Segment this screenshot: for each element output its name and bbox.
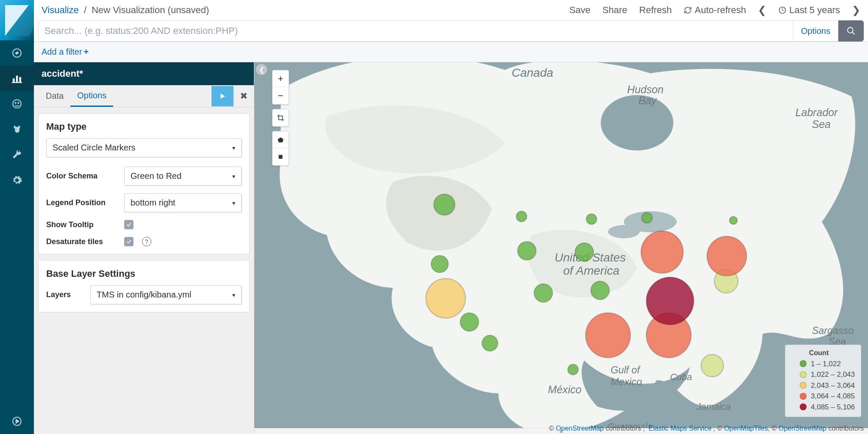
map-back-button[interactable]: ❮ — [256, 64, 267, 75]
map-data-circle[interactable] — [517, 242, 536, 260]
svg-text:Bay: Bay — [638, 95, 657, 106]
svg-rect-25 — [279, 155, 283, 159]
search-submit-button[interactable] — [838, 20, 864, 42]
map-data-circle[interactable] — [586, 214, 597, 225]
legend-row: 3,064 – 4,085 — [790, 391, 855, 402]
apply-changes-button[interactable] — [211, 86, 234, 106]
legend-label: 1,022 – 2,043 — [811, 369, 855, 380]
map-data-circle[interactable] — [729, 217, 737, 225]
plus-icon: + — [84, 47, 89, 56]
svg-point-8 — [18, 103, 19, 103]
map-collapse-icon[interactable]: ▲ — [558, 427, 564, 434]
kibana-logo[interactable] — [0, 0, 34, 40]
nav-management[interactable] — [0, 167, 34, 193]
map-data-circle[interactable] — [426, 278, 465, 318]
caret-icon: ▾ — [232, 200, 235, 206]
discard-changes-button[interactable]: ✖ — [234, 91, 254, 102]
attr-ems-link[interactable]: Elastic Maps Service — [648, 425, 712, 432]
map-data-circle[interactable] — [516, 211, 527, 222]
map-data-circle[interactable] — [701, 354, 723, 377]
show-tooltip-checkbox[interactable] — [124, 220, 134, 229]
nav-rail — [0, 0, 34, 434]
autorefresh-button[interactable]: Auto-refresh — [684, 5, 746, 16]
legend-swatch — [800, 403, 807, 410]
breadcrumb-root[interactable]: Visualize — [42, 5, 79, 15]
layers-select[interactable]: TMS in config/kibana.yml▾ — [90, 285, 242, 304]
map-options-card: Map type Scaled Circle Markers▾ Color Sc… — [38, 113, 250, 254]
legend-position-select[interactable]: bottom right▾ — [124, 193, 242, 212]
map-data-circle[interactable] — [586, 313, 631, 358]
svg-text:Mexico: Mexico — [611, 376, 642, 387]
nav-collapse[interactable] — [0, 409, 34, 434]
nav-dashboard[interactable] — [0, 91, 34, 117]
share-button[interactable]: Share — [602, 5, 627, 16]
map-data-circle[interactable] — [642, 212, 652, 223]
color-schema-label: Color Schema — [46, 172, 118, 181]
svg-rect-2 — [13, 78, 14, 82]
map-label-sargasso: Sargasso — [812, 325, 854, 336]
time-next-button[interactable]: ❯ — [852, 4, 860, 16]
svg-point-17 — [608, 225, 640, 238]
nav-timelion[interactable] — [0, 117, 34, 142]
svg-marker-1 — [15, 51, 19, 55]
caret-icon: ▾ — [232, 292, 235, 298]
timepicker[interactable]: Last 5 years — [778, 5, 840, 16]
search-input[interactable] — [45, 25, 787, 36]
legend-row: 1,022 – 2,043 — [790, 369, 855, 380]
nav-visualize[interactable] — [0, 66, 34, 91]
tab-options[interactable]: Options — [70, 86, 113, 107]
refresh-button[interactable]: Refresh — [639, 5, 672, 16]
map-visualization[interactable]: ❮ C — [254, 62, 868, 434]
breadcrumb: Visualize / New Visualization (unsaved) — [42, 5, 209, 16]
check-icon — [126, 239, 132, 245]
tab-data[interactable]: Data — [39, 86, 70, 106]
play-icon — [219, 92, 226, 100]
legend-row: 4,085 – 5,106 — [790, 402, 855, 413]
add-filter-button[interactable]: Add a filter+ — [42, 47, 89, 56]
svg-text:of America: of America — [563, 264, 620, 277]
map-data-circle[interactable] — [534, 284, 553, 303]
map-data-circle[interactable] — [707, 236, 746, 275]
map-label-cuba: Cuba — [670, 372, 692, 382]
map-data-circle[interactable] — [482, 335, 498, 351]
legend-title: Count — [809, 349, 855, 357]
fit-bounds-button[interactable] — [273, 109, 289, 126]
draw-rectangle-button[interactable] — [273, 148, 289, 165]
draw-polygon-button[interactable] — [273, 131, 289, 148]
attr-omt-link[interactable]: OpenMapTiles — [724, 425, 768, 432]
zoom-in-button[interactable]: + — [273, 70, 289, 87]
time-prev-button[interactable]: ❮ — [758, 4, 766, 16]
map-canvas: Canada Hudson Bay Labrador Sea United St… — [254, 62, 868, 434]
map-data-circle[interactable] — [431, 256, 448, 273]
map-data-circle[interactable] — [460, 313, 479, 331]
index-pattern-header[interactable]: accident* — [34, 62, 254, 85]
svg-point-6 — [13, 100, 21, 108]
map-data-circle[interactable] — [591, 281, 609, 300]
help-icon[interactable]: ? — [142, 237, 151, 246]
search-icon — [846, 26, 856, 36]
search-options-link[interactable]: Options — [793, 20, 838, 42]
legend-row: 1 – 1,022 — [790, 359, 855, 370]
map-data-circle[interactable] — [641, 231, 683, 273]
nav-discover[interactable] — [0, 40, 34, 66]
attr-osm2-link[interactable]: OpenStreetMap — [779, 425, 826, 432]
svg-marker-24 — [278, 137, 284, 142]
zoom-out-button[interactable]: − — [273, 87, 289, 104]
crop-icon — [277, 114, 284, 122]
map-data-circle[interactable] — [575, 243, 594, 262]
breadcrumb-current: New Visualization (unsaved) — [92, 5, 209, 15]
save-button[interactable]: Save — [569, 5, 590, 16]
nav-devtools[interactable] — [0, 142, 34, 167]
map-label-canada: Canada — [512, 66, 553, 79]
desaturate-checkbox[interactable] — [124, 237, 134, 246]
map-data-circle[interactable] — [646, 277, 694, 325]
map-type-select[interactable]: Scaled Circle Markers▾ — [46, 138, 242, 157]
svg-text:Sea: Sea — [812, 118, 831, 130]
map-data-circle[interactable] — [568, 364, 579, 375]
svg-marker-14 — [221, 94, 225, 99]
legend-label: 4,085 – 5,106 — [811, 402, 855, 413]
legend-label: 1 – 1,022 — [811, 359, 841, 370]
map-data-circle[interactable] — [434, 194, 455, 215]
map-type-label: Map type — [46, 121, 242, 132]
color-schema-select[interactable]: Green to Red▾ — [124, 167, 242, 186]
